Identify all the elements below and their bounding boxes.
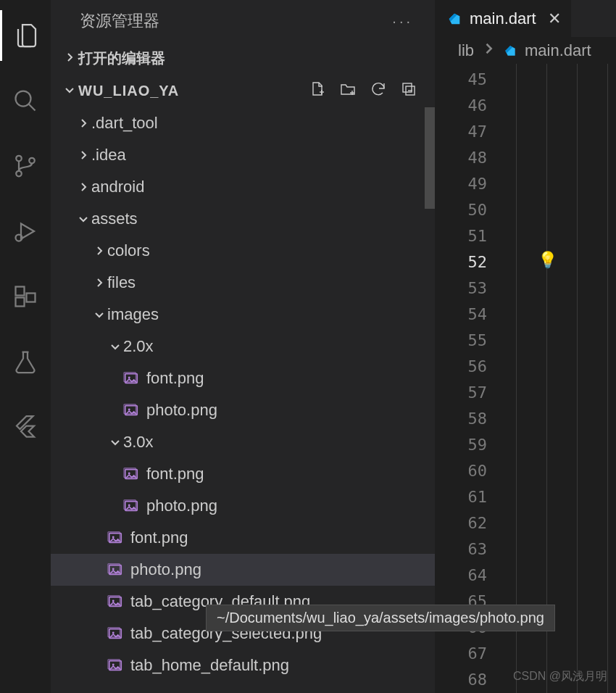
- watermark: CSDN @风浅月明: [513, 669, 607, 684]
- tree-item-label: font.png: [130, 528, 188, 547]
- tree-folder[interactable]: colors: [51, 235, 435, 267]
- svg-point-4: [29, 158, 35, 164]
- tree-file[interactable]: font.png: [51, 362, 435, 394]
- line-number: 58: [435, 406, 487, 432]
- tree-folder[interactable]: .idea: [51, 139, 435, 171]
- tree-file[interactable]: font.png: [51, 522, 435, 554]
- tree-folder[interactable]: .dart_tool: [51, 107, 435, 139]
- open-editors-section[interactable]: 打开的编辑器: [51, 42, 435, 74]
- activity-search[interactable]: [0, 75, 51, 126]
- svg-point-3: [16, 171, 22, 177]
- tree-item-label: .dart_tool: [91, 114, 158, 133]
- chevron-right-icon: [75, 117, 91, 129]
- svg-point-0: [16, 91, 31, 107]
- line-number: 53: [435, 275, 487, 302]
- breadcrumb-file[interactable]: main.dart: [525, 41, 591, 60]
- line-number: 54: [435, 302, 487, 328]
- new-file-icon[interactable]: [309, 80, 326, 101]
- chevron-right-icon: [61, 50, 78, 67]
- debug-icon: [12, 218, 38, 244]
- branch-icon: [12, 153, 38, 179]
- lightbulb-icon[interactable]: 💡: [538, 251, 557, 270]
- line-number: 56: [435, 354, 487, 380]
- tree-item-label: photo.png: [146, 401, 217, 420]
- tree-folder[interactable]: files: [51, 267, 435, 299]
- tab-label: main.dart: [470, 9, 536, 28]
- editor-tabs: main.dart ✕: [435, 0, 616, 37]
- activity-testing[interactable]: [0, 336, 51, 387]
- new-folder-icon[interactable]: [339, 80, 357, 101]
- project-name: WU_LIAO_YA: [78, 83, 309, 99]
- chevron-down-icon: [75, 213, 91, 225]
- tree-item-label: font.png: [146, 465, 204, 484]
- tree-folder[interactable]: 3.0x: [51, 426, 435, 458]
- chevron-right-icon: [91, 245, 107, 257]
- line-number: 51: [435, 223, 487, 249]
- image-icon: [107, 657, 123, 673]
- tree-file[interactable]: photo.png: [51, 554, 435, 586]
- explorer-more-icon[interactable]: ···: [392, 13, 420, 30]
- line-number: 59: [435, 432, 487, 458]
- activity-run-debug[interactable]: [0, 206, 51, 257]
- tree-item-label: colors: [107, 241, 150, 260]
- explorer-title: 资源管理器: [80, 10, 392, 32]
- image-icon: [123, 370, 139, 386]
- tree-file[interactable]: photo.png: [51, 490, 435, 522]
- tab-main-dart[interactable]: main.dart ✕: [435, 0, 572, 37]
- breadcrumb[interactable]: lib main.dart: [435, 37, 616, 64]
- tree-folder[interactable]: assets: [51, 203, 435, 235]
- code-body[interactable]: 💡: [499, 64, 616, 693]
- line-number: 52: [435, 249, 487, 275]
- svg-rect-9: [27, 294, 36, 302]
- tree-item-label: 3.0x: [123, 433, 154, 452]
- tree-item-label: 2.0x: [123, 337, 154, 356]
- refresh-icon[interactable]: [370, 80, 387, 101]
- image-icon: [123, 402, 139, 418]
- tree-file[interactable]: tab_home_default.png: [51, 650, 435, 681]
- image-icon: [107, 594, 123, 610]
- chevron-right-icon: [75, 149, 91, 161]
- line-number: 47: [435, 119, 487, 145]
- extensions-icon: [12, 283, 38, 310]
- activity-bar: [0, 0, 51, 693]
- line-number-gutter: 4546474849505152535455565758596061626364…: [435, 64, 499, 693]
- chevron-right-icon: [91, 277, 107, 289]
- image-icon: [107, 530, 123, 546]
- line-number: 45: [435, 67, 487, 93]
- activity-explorer[interactable]: [0, 10, 51, 61]
- line-number: 48: [435, 145, 487, 171]
- chevron-down-icon: [61, 83, 78, 99]
- line-number: 62: [435, 510, 487, 536]
- line-number: 55: [435, 328, 487, 354]
- project-header[interactable]: WU_LIAO_YA: [51, 74, 435, 107]
- line-number: 67: [435, 641, 487, 667]
- tree-item-label: photo.png: [146, 497, 217, 515]
- code-area[interactable]: 4546474849505152535455565758596061626364…: [435, 64, 616, 693]
- flask-icon: [12, 349, 38, 375]
- chevron-down-icon: [107, 436, 123, 448]
- svg-point-2: [16, 156, 22, 162]
- image-icon: [123, 498, 139, 514]
- activity-flutter[interactable]: [0, 402, 51, 452]
- collapse-all-icon[interactable]: [400, 80, 417, 101]
- chevron-down-icon: [91, 309, 107, 320]
- activity-extensions[interactable]: [0, 271, 51, 322]
- line-number: 60: [435, 458, 487, 484]
- tree-item-label: font.png: [146, 369, 204, 388]
- tree-folder[interactable]: 2.0x: [51, 331, 435, 362]
- image-icon: [107, 626, 123, 642]
- dart-icon: [503, 43, 517, 58]
- tree-file[interactable]: font.png: [51, 458, 435, 490]
- breadcrumb-folder[interactable]: lib: [458, 41, 474, 60]
- files-icon: [14, 22, 40, 49]
- activity-source-control[interactable]: [0, 141, 51, 191]
- search-icon: [12, 88, 38, 114]
- tree-folder[interactable]: images: [51, 299, 435, 331]
- tree-file[interactable]: photo.png: [51, 394, 435, 426]
- tree-folder[interactable]: android: [51, 171, 435, 203]
- line-number: 49: [435, 171, 487, 197]
- dart-icon: [446, 11, 462, 27]
- scrollbar-thumb[interactable]: [425, 107, 435, 209]
- svg-rect-8: [16, 298, 25, 307]
- close-icon[interactable]: ✕: [548, 9, 561, 28]
